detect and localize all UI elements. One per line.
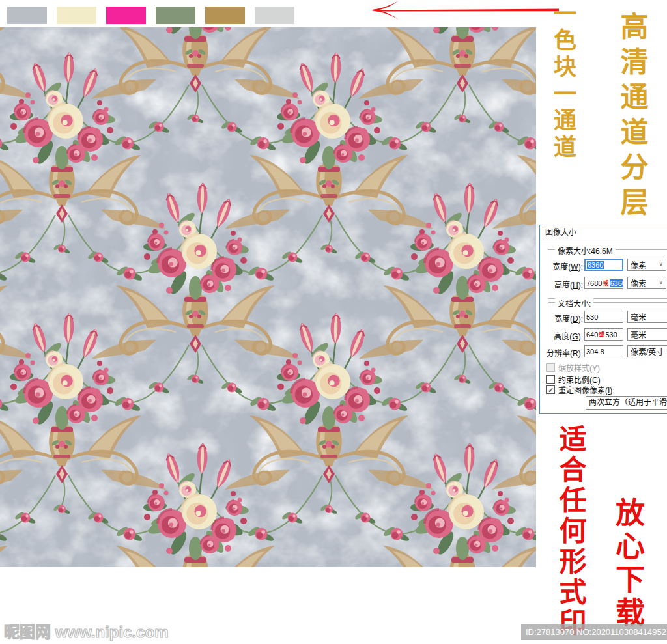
resolution-unit-value: 像素/英寸 — [631, 346, 664, 357]
dialog-title: 图像大小 — [545, 228, 576, 237]
constrain-proportions-checkbox[interactable] — [546, 375, 555, 384]
pixel-width-input[interactable]: 6360 — [584, 259, 623, 271]
resample-image-checkbox[interactable]: ✓ — [546, 385, 555, 394]
image-size-dialog: 图像大小 像素大小:46.6M 宽度(W): 6360 像素 ∨ 高度(H): … — [539, 225, 667, 414]
pixel-height-row: 高度(H): 7680或6360 像素 ∨ — [540, 277, 667, 290]
resample-image-checkbox-row: ✓ 重定图像像素(I): — [546, 385, 615, 395]
doc-width-input[interactable]: 530 — [584, 311, 623, 323]
resolution-value: 304.8 — [586, 348, 604, 356]
or-mark: 或 — [603, 279, 608, 287]
scale-styles-checkbox-row: 缩放样式(Y) — [546, 363, 600, 372]
red-vertical-text-1: 适合任何形式印 — [556, 425, 584, 639]
pixel-height-new-value: 6360 — [610, 279, 624, 287]
wallpaper-pattern-image — [0, 27, 536, 567]
red-arrow-icon — [363, 0, 560, 21]
doc-width-label: 宽度(D): — [554, 313, 583, 324]
constrain-proportions-label: 约束比例(C) — [558, 374, 601, 385]
scale-styles-checkbox[interactable] — [546, 363, 555, 372]
color-swatch — [255, 7, 294, 24]
gold-vertical-text-2: 高清通道分层 — [617, 12, 646, 223]
gold-vertical-text-1: 一色块一通道 — [551, 1, 574, 161]
color-swatch-row — [7, 7, 294, 24]
doc-height-input[interactable]: 640或530 — [584, 328, 623, 341]
poster: 一色块一通道 高清通道分层 适合任何形式印 放心下载 图像大小 像素大小:46.… — [0, 0, 667, 644]
resample-method-select[interactable]: 两次立方（适用于平滑渐变 — [586, 396, 667, 410]
pixel-height-input[interactable]: 7680或6360 — [584, 277, 623, 289]
color-swatch — [156, 7, 195, 24]
nipic-watermark: 昵图网 www.nipic.com — [4, 619, 168, 642]
doc-height-row: 高度(G): 640或530 毫米 ∨ — [540, 328, 667, 341]
doc-width-unit-value: 毫米 — [631, 311, 646, 322]
chevron-down-icon: ∨ — [659, 279, 663, 285]
pixel-width-unit-select[interactable]: 像素 ∨ — [627, 259, 666, 271]
resolution-input[interactable]: 304.8 — [584, 345, 623, 357]
or-mark: 或 — [599, 330, 604, 339]
resolution-row: 分辨率(R): 304.8 像素/英寸 ∨ — [540, 345, 667, 358]
image-id-badge: ID:27813070 NO:20201103084149521084 — [521, 624, 667, 640]
pixel-width-value: 6360 — [587, 261, 604, 269]
doc-height-new-value: 530 — [605, 331, 617, 339]
doc-height-label: 高度(G): — [554, 330, 583, 341]
doc-height-old-value: 640 — [586, 331, 598, 339]
pixel-width-unit-value: 像素 — [631, 259, 646, 270]
pixel-size-group-label: 像素大小:46.6M — [555, 245, 616, 256]
resolution-unit-select[interactable]: 像素/英寸 ∨ — [627, 345, 667, 357]
pixel-height-old-value: 7680 — [586, 279, 602, 287]
color-swatch — [7, 7, 47, 24]
document-size-group-label: 文档大小: — [555, 298, 593, 309]
pixel-width-label: 宽度(W): — [552, 260, 583, 272]
resample-method-value: 两次立方（适用于平滑渐变 — [589, 398, 667, 407]
pixel-height-label: 高度(H): — [554, 279, 583, 290]
doc-height-unit-value: 毫米 — [631, 329, 646, 340]
scale-styles-label: 缩放样式(Y) — [558, 362, 600, 373]
pixel-height-unit-value: 像素 — [631, 277, 646, 288]
red-vertical-text-2: 放心下载 — [612, 497, 642, 630]
doc-width-value: 530 — [586, 313, 598, 321]
pixel-size-group: 像素大小:46.6M — [548, 249, 667, 299]
resolution-label: 分辨率(R): — [546, 347, 583, 358]
pixel-width-row: 宽度(W): 6360 像素 ∨ — [540, 259, 667, 272]
doc-height-unit-select[interactable]: 毫米 ∨ — [627, 328, 667, 341]
dialog-titlebar[interactable]: 图像大小 — [540, 225, 667, 240]
color-swatch — [57, 7, 96, 24]
resample-image-label: 重定图像像素(I): — [558, 384, 615, 395]
doc-width-unit-select[interactable]: 毫米 ∨ — [627, 311, 667, 323]
doc-width-row: 宽度(D): 530 毫米 ∨ — [540, 311, 667, 324]
pixel-height-unit-select[interactable]: 像素 ∨ — [627, 277, 666, 289]
color-swatch — [205, 7, 245, 24]
chevron-down-icon: ∨ — [659, 260, 663, 267]
color-swatch — [106, 7, 146, 24]
constrain-proportions-checkbox-row: 约束比例(C) — [546, 374, 601, 384]
